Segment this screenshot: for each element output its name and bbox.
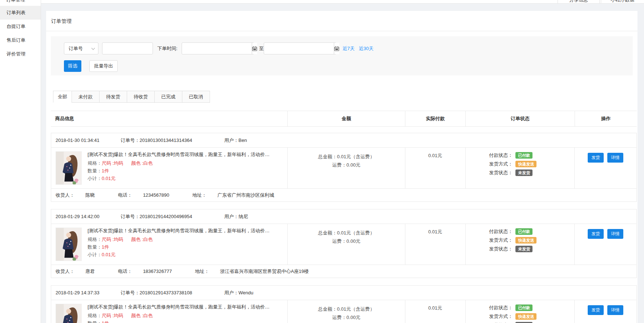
sidebar-item-pickup-orders[interactable]: 自提订单 bbox=[0, 20, 41, 33]
top-nav-item-clipped-1[interactable]: 分享信息 bbox=[558, 0, 600, 4]
tab-to-ship[interactable]: 待发货 bbox=[99, 91, 127, 103]
date-from-input[interactable] bbox=[182, 43, 252, 54]
spec-size-value: 尺码 :均码 bbox=[102, 237, 123, 242]
tab-unpaid[interactable]: 未付款 bbox=[72, 91, 100, 103]
amount-cell: 总金额：0.01元（含运费） 运费：0.00元 bbox=[288, 148, 405, 188]
order-user-label: 用户： bbox=[224, 138, 239, 143]
order-list: 2018-01-30 01:34:41 订单号：2018013001344131… bbox=[51, 133, 637, 323]
order-time-label: 下单时间: bbox=[157, 42, 178, 54]
ship-method-label: 发货方式： bbox=[483, 237, 513, 244]
table-header: 商品信息 金额 实际付款 订单状态 操作 bbox=[51, 111, 637, 127]
order-header: 2018-01-30 01:34:41 订单号：2018013001344131… bbox=[51, 133, 636, 147]
product-spec-line: 规格：尺码 :均码颜色 :白色 bbox=[88, 236, 270, 243]
calendar-icon[interactable] bbox=[252, 43, 257, 54]
product-spec-line: 规格：尺码 :均码颜色 :白色 bbox=[88, 312, 270, 319]
filter-button[interactable]: 筛选 bbox=[64, 60, 81, 72]
order-body-row: [测试不发货]爆款！全真毛长款气质修身时尚雪花羽绒服，跑量王，新年福利，活动价…… bbox=[51, 300, 636, 323]
order-number-label: 订单号： bbox=[121, 138, 139, 143]
top-nav-item-clipped-2[interactable]: 小程序数据 bbox=[601, 0, 644, 4]
pay-status-row: 付款状态：已付款 bbox=[483, 228, 556, 235]
address-label: 地址： bbox=[193, 192, 207, 198]
main-content-card: 订单管理 订单号 下单时间: bbox=[46, 11, 637, 323]
pay-status-label: 付款状态： bbox=[483, 228, 513, 235]
search-type-select[interactable]: 订单号 bbox=[64, 42, 98, 54]
col-amount: 金额 bbox=[288, 111, 405, 126]
link-last-7-days[interactable]: 近7天 bbox=[343, 46, 355, 51]
tab-all[interactable]: 全部 bbox=[53, 91, 72, 103]
pay-status-row: 付款状态：已付款 bbox=[483, 304, 556, 311]
batch-export-button[interactable]: 批量导出 bbox=[89, 60, 118, 72]
filter-row-1: 订单号 下单时间: bbox=[51, 42, 633, 54]
qty-label: 数量： bbox=[88, 320, 102, 323]
sidebar-menu: 订单列表 自提订单 售后订单 评价管理 bbox=[0, 6, 41, 61]
qty-value: 1件 bbox=[102, 168, 109, 173]
sidebar-item-review-management[interactable]: 评价管理 bbox=[0, 47, 41, 61]
spec-color-value: 颜色 :白色 bbox=[131, 313, 153, 318]
order-body-row: [测试不发货]爆款！全真毛长款气质修身时尚雪花羽绒服，跑量王，新年福利，活动价…… bbox=[51, 224, 636, 265]
date-to-input[interactable] bbox=[264, 43, 334, 54]
receiver-label: 收货人： bbox=[56, 269, 74, 274]
spec-size-value: 尺码 :均码 bbox=[102, 313, 123, 318]
order-user-value: Wendu bbox=[239, 290, 254, 295]
ship-method-row: 发货方式：快递发送 bbox=[483, 237, 556, 244]
detail-button[interactable]: 详情 bbox=[607, 229, 623, 239]
address-value: 广东省广州市南沙区保利城 bbox=[218, 192, 274, 198]
top-nav-item-label: 分享信息 bbox=[558, 0, 599, 3]
paid-value: 0.01元 bbox=[405, 229, 465, 235]
amount-shipping: 运费：0.00元 bbox=[288, 237, 405, 245]
qty-label: 数量： bbox=[88, 168, 102, 173]
product-qty-line: 数量：1件 bbox=[88, 167, 270, 175]
order-user: 用户：Wendu bbox=[224, 290, 254, 295]
tab-completed[interactable]: 已完成 bbox=[154, 91, 182, 103]
address-info: 地址：浙江省嘉兴市南湖区世界贸易中心A座19楼 bbox=[195, 269, 320, 274]
pay-status-label: 付款状态： bbox=[483, 304, 513, 311]
paid-cell: 0.01元 bbox=[405, 300, 466, 323]
pay-status-label: 付款状态： bbox=[483, 152, 513, 159]
amount-shipping: 运费：0.00元 bbox=[288, 161, 405, 169]
phone-label: 电话： bbox=[118, 269, 132, 274]
ship-button[interactable]: 发货 bbox=[588, 229, 604, 239]
order-number: 订单号：20180129144200496954 bbox=[121, 214, 192, 219]
detail-button[interactable]: 详情 bbox=[607, 305, 623, 315]
product-details: [测试不发货]爆款！全真毛长款气质修身时尚雪花羽绒服，跑量王，新年福利，活动价…… bbox=[88, 228, 270, 261]
product-info-cell: [测试不发货]爆款！全真毛长款气质修身时尚雪花羽绒服，跑量王，新年福利，活动价…… bbox=[51, 300, 288, 323]
ship-button[interactable]: 发货 bbox=[588, 153, 604, 163]
phone-info: 电话：18367326777 bbox=[118, 269, 183, 274]
order-user-value: 纳尼 bbox=[239, 214, 248, 219]
order-time: 2018-01-29 14:37:33 bbox=[56, 290, 100, 295]
product-qty-line: 数量：1件 bbox=[88, 319, 270, 323]
paid-value: 0.01元 bbox=[405, 305, 465, 311]
detail-button[interactable]: 详情 bbox=[607, 153, 623, 163]
receiver-name: 陈晓 bbox=[85, 192, 95, 198]
product-image bbox=[56, 228, 82, 261]
link-last-30-days[interactable]: 近30天 bbox=[359, 46, 373, 51]
sidebar: 订单管理 订单列表 自提订单 售后订单 评价管理 bbox=[0, 0, 41, 323]
ship-method-row: 发货方式：快递发送 bbox=[483, 313, 556, 320]
sidebar-item-order-list[interactable]: 订单列表 bbox=[0, 6, 41, 20]
col-order-status: 订单状态 bbox=[466, 111, 575, 126]
receiver-info: 收货人：陈晓 bbox=[56, 192, 106, 198]
spec-label: 规格： bbox=[88, 313, 102, 318]
order-number: 订单号：20180130013441314364 bbox=[121, 138, 192, 143]
ship-method-row: 发货方式：快递发送 bbox=[483, 161, 556, 167]
col-actual-payment: 实际付款 bbox=[405, 111, 466, 126]
address-info: 地址：广东省广州市南沙区保利城 bbox=[193, 192, 285, 198]
spec-color-value: 颜色 :白色 bbox=[131, 237, 153, 242]
amount-total: 总金额：0.01元（含运费） bbox=[288, 305, 405, 313]
receiver-name: 唐君 bbox=[85, 269, 95, 274]
col-actions: 操作 bbox=[575, 111, 637, 126]
status-cell: 付款状态：已付款 发货方式：快递发送 发货状态：未发货 bbox=[466, 224, 575, 265]
qty-label: 数量： bbox=[88, 244, 102, 250]
tab-cancelled[interactable]: 已取消 bbox=[182, 91, 210, 103]
search-input[interactable] bbox=[102, 42, 153, 54]
calendar-icon[interactable] bbox=[334, 43, 339, 54]
tab-to-receive[interactable]: 待收货 bbox=[127, 91, 155, 103]
order-header: 2018-01-29 14:37:33 订单号：2018012914373373… bbox=[51, 286, 636, 300]
spec-size-value: 尺码 :均码 bbox=[102, 160, 123, 166]
ship-button[interactable]: 发货 bbox=[588, 305, 604, 315]
sidebar-item-aftersale-orders[interactable]: 售后订单 bbox=[0, 33, 41, 47]
qty-value: 1件 bbox=[102, 320, 109, 323]
order-body-row: [测试不发货]爆款！全真毛长款气质修身时尚雪花羽绒服，跑量王，新年福利，活动价…… bbox=[51, 147, 636, 188]
amount-cell: 总金额：0.01元（含运费） 运费：0.00元 bbox=[288, 224, 405, 265]
actions-cell: 发货 详情 bbox=[575, 300, 636, 323]
